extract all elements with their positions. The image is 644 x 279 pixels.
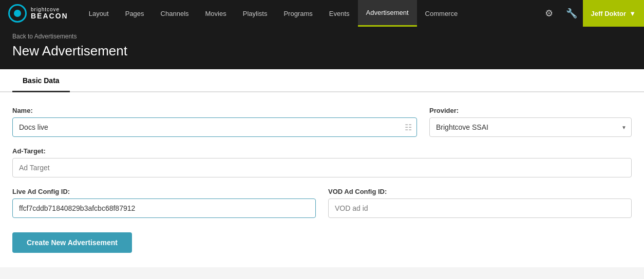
nav-item-programs[interactable]: Programs (275, 0, 320, 27)
ad-target-label: Ad-Target: (12, 147, 632, 155)
wrench-icon-btn[interactable]: 🔧 (560, 0, 583, 27)
nav-item-advertisement[interactable]: Advertisement (358, 0, 417, 27)
ad-target-group: Ad-Target: (12, 147, 632, 177)
nav-right: ⚙ 🔧 Jeff Doktor ▼ (538, 0, 645, 27)
gear-icon: ⚙ (545, 8, 553, 19)
form-row-ad-target: Ad-Target: (12, 147, 632, 177)
chevron-down-icon: ▼ (629, 10, 636, 17)
logo-circle (8, 4, 27, 23)
live-ad-config-group: Live Ad Config ID: (12, 188, 316, 218)
vod-ad-config-input[interactable] (328, 198, 632, 218)
nav-item-playlists[interactable]: Playlists (235, 0, 276, 27)
wrench-icon: 🔧 (566, 8, 577, 19)
logo-beacon-label: BEACON (31, 12, 68, 19)
provider-label: Provider: (429, 107, 632, 114)
create-advertisement-button[interactable]: Create New Advertisement (12, 232, 132, 253)
submit-row: Create New Advertisement (12, 228, 632, 253)
back-link[interactable]: Back to Advertisements (12, 33, 632, 40)
nav-items: Layout Pages Channels Movies Playlists P… (81, 0, 538, 27)
provider-select-wrapper: Brightcove SSAI (429, 117, 632, 137)
logo-text: brightcove BEACON (31, 7, 68, 19)
nav-item-movies[interactable]: Movies (197, 0, 235, 27)
page-header: Back to Advertisements New Advertisement (0, 27, 644, 69)
name-label: Name: (12, 107, 417, 114)
form-area: Name: ☷ Provider: Brightcove SSAI Ad-Tar… (0, 92, 644, 267)
vod-ad-config-group: VOD Ad Config ID: (328, 188, 632, 218)
text-editor-icon: ☷ (405, 123, 412, 132)
ad-target-input[interactable] (12, 158, 632, 177)
form-row-name-provider: Name: ☷ Provider: Brightcove SSAI (12, 107, 632, 137)
vod-ad-config-label: VOD Ad Config ID: (328, 188, 632, 195)
name-input[interactable] (12, 117, 417, 137)
name-group: Name: ☷ (12, 107, 417, 137)
nav-item-commerce[interactable]: Commerce (417, 0, 466, 27)
page-title: New Advertisement (12, 43, 632, 59)
provider-select[interactable]: Brightcove SSAI (429, 117, 632, 137)
settings-icon-btn[interactable]: ⚙ (538, 0, 560, 27)
tab-basic-data[interactable]: Basic Data (12, 69, 70, 92)
user-name: Jeff Doktor (591, 10, 627, 17)
logo-inner (14, 10, 21, 17)
form-row-ad-ids: Live Ad Config ID: VOD Ad Config ID: (12, 188, 632, 218)
content-area: Basic Data Name: ☷ Provider: Brightcove … (0, 69, 644, 267)
nav-item-layout[interactable]: Layout (81, 0, 117, 27)
live-ad-config-input[interactable] (12, 198, 316, 218)
nav-item-channels[interactable]: Channels (153, 0, 197, 27)
user-menu[interactable]: Jeff Doktor ▼ (583, 0, 645, 27)
navbar: brightcove BEACON Layout Pages Channels … (0, 0, 644, 27)
live-ad-config-label: Live Ad Config ID: (12, 188, 316, 195)
provider-group: Provider: Brightcove SSAI (429, 107, 632, 137)
nav-item-events[interactable]: Events (321, 0, 358, 27)
name-input-wrapper: ☷ (12, 117, 417, 137)
logo: brightcove BEACON (8, 4, 68, 23)
nav-item-pages[interactable]: Pages (117, 0, 153, 27)
tabs-bar: Basic Data (0, 69, 644, 92)
